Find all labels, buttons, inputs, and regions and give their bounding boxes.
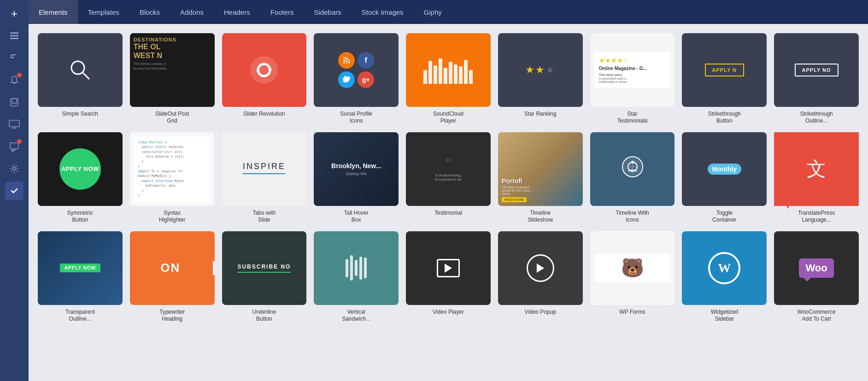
card-timeline-slideshow[interactable]: Portofi The town is illustrat...known fo… (498, 132, 583, 224)
svg-rect-4 (12, 99, 17, 103)
card-label-star-testimonials: StarTestimonials (617, 111, 648, 125)
nav-addons[interactable]: Addons (170, 0, 214, 24)
svg-rect-0 (10, 32, 18, 34)
card-label-tabs: Tabs withSlide (252, 210, 276, 224)
card-label-slider-revolution: Slider Revolution (243, 111, 285, 118)
nav-templates[interactable]: Templates (78, 0, 129, 24)
card-video-popup[interactable]: Video Popup (498, 231, 583, 323)
card-transparent-outline[interactable]: APPLY NOW TransparentOutline... (38, 231, 123, 323)
card-tabs-with-slide[interactable]: INSPIRE Tabs withSlide (222, 132, 307, 224)
card-label-strikethrough-outline: StrikethroughOutline... (800, 111, 833, 125)
card-label-testimonial: Testimonial (434, 210, 462, 217)
card-wp-forms[interactable]: 🐻 WP Forms (590, 231, 675, 323)
nav-footers[interactable]: Footers (260, 0, 304, 24)
card-label-vertical-sandwich: VerticalSandwich... (342, 309, 370, 323)
svg-point-16 (631, 161, 634, 164)
card-label-timeline-icons: Timeline WithIcons (616, 210, 649, 224)
card-slideout-post-grid[interactable]: DESTINATIONS THE OLWEST N The interior c… (130, 33, 215, 125)
top-nav: Elements Templates Blocks Addons Headers… (29, 0, 868, 24)
monitor-icon[interactable] (5, 115, 23, 134)
pages-icon[interactable] (5, 93, 23, 111)
card-tall-hover-box[interactable]: Brooklyn, New... Startup We Tall HoverBo… (314, 132, 399, 224)
nav-elements[interactable]: Elements (29, 0, 78, 24)
card-vertical-sandwich[interactable]: VerticalSandwich... (314, 231, 399, 323)
message-icon[interactable] (5, 137, 23, 156)
card-label-strikethrough-button: StrikethroughButton (708, 111, 741, 125)
bell-icon[interactable] (5, 71, 23, 89)
card-label-transparent-outline: TransparentOutline... (65, 309, 95, 323)
content-area: Simple Search DESTINATIONS THE OLWEST N … (29, 24, 868, 381)
nav-stock-images[interactable]: Stock Images (352, 0, 414, 24)
settings-icon[interactable] (5, 159, 23, 178)
svg-point-13 (343, 62, 345, 64)
card-label-social: Social ProfileIcons (340, 111, 372, 125)
add-icon[interactable]: + (5, 5, 23, 23)
card-label-translatepress: TranslatePressLanguage... (798, 210, 835, 224)
facebook-icon: f (358, 52, 374, 69)
nav-blocks[interactable]: Blocks (129, 0, 170, 24)
card-label-timeline-slideshow: TimelineSlideshow (528, 210, 553, 224)
card-label-widgetized: WidgetizedSidebar (711, 309, 738, 323)
card-syntax-highlighter[interactable]: class MyClass { public static myValue: c… (130, 132, 215, 224)
card-label-toggle: ToggleContainer (712, 210, 736, 224)
card-label-slideout: SlideOut PostGrid (155, 111, 189, 125)
svg-rect-2 (10, 38, 18, 39)
svg-rect-5 (9, 120, 19, 127)
card-label-underline: UnderlineButton (252, 309, 276, 323)
undo-icon[interactable] (5, 49, 23, 67)
check-icon[interactable] (5, 182, 23, 200)
card-label-simple-search: Simple Search (62, 111, 98, 118)
card-label-soundcloud: SoundCloudPlayer (433, 111, 463, 125)
svg-line-9 (82, 72, 89, 79)
card-label-video-player: Video Player (433, 309, 464, 316)
card-label-wp-forms: WP Forms (619, 309, 645, 316)
card-typewriter-heading[interactable]: ON TypewriterHeading (130, 231, 215, 323)
card-label-video-popup: Video Popup (525, 309, 557, 316)
rss-icon (338, 52, 355, 69)
card-social-profile-icons[interactable]: f g+ Social ProfileIcons (314, 33, 399, 125)
card-soundcloud-player[interactable]: SoundCloudPlayer (406, 33, 491, 125)
card-star-testimonials[interactable]: ★★★★☆ Online Magazine - G... The best se… (590, 33, 675, 125)
main-area: Elements Templates Blocks Addons Headers… (29, 0, 868, 381)
nav-headers[interactable]: Headers (214, 0, 260, 24)
card-strikethrough-outline[interactable]: APPLY NO StrikethroughOutline... (774, 33, 859, 125)
card-label-tall-hover: Tall HoverBox (344, 210, 369, 224)
card-label-typewriter: TypewriterHeading (159, 309, 185, 323)
card-testimonial[interactable]: " d of advertising,of a person's wri Tes… (406, 132, 491, 224)
card-strikethrough-button[interactable]: APPLY N StrikethroughButton (682, 33, 767, 125)
elements-grid: Simple Search DESTINATIONS THE OLWEST N … (38, 33, 859, 323)
svg-rect-1 (10, 35, 18, 36)
card-toggle-container[interactable]: Monthly ToggleContainer (682, 132, 767, 224)
card-woocommerce[interactable]: Woo WooCommerceAdd To Cart (774, 231, 859, 323)
card-simple-search[interactable]: Simple Search (38, 33, 123, 125)
google-plus-icon: g+ (358, 71, 374, 88)
svg-rect-6 (10, 143, 18, 149)
left-sidebar: + (0, 0, 29, 381)
card-label-star-ranking: Star Ranking (524, 111, 556, 118)
card-timeline-with-icons[interactable]: Timeline WithIcons (590, 132, 675, 224)
card-video-player[interactable]: Video Player (406, 231, 491, 323)
layers-icon[interactable] (5, 27, 23, 45)
card-translatepress[interactable]: 文 TranslatePressLanguage... (774, 132, 859, 224)
card-label-woocommerce: WooCommerceAdd To Cart (798, 309, 836, 323)
nav-sidebars[interactable]: Sidebars (304, 0, 352, 24)
card-label-syntax: SyntaxHighlighter (159, 210, 185, 224)
card-label-symmetric: SymmetricButton (67, 210, 94, 224)
card-symmetric-button[interactable]: APPLY NOW SymmetricButton (38, 132, 123, 224)
twitter-icon (338, 71, 355, 88)
card-underline-button[interactable]: SUBSCRIBE NO UnderlineButton (222, 231, 307, 323)
svg-point-10 (250, 56, 278, 84)
card-widgetized-sidebar[interactable]: W WidgetizedSidebar (682, 231, 767, 323)
svg-point-7 (13, 167, 16, 170)
card-slider-revolution[interactable]: Slider Revolution (222, 33, 307, 125)
nav-giphy[interactable]: Giphy (414, 0, 452, 24)
card-star-ranking[interactable]: ★★★ Star Ranking (498, 33, 583, 125)
